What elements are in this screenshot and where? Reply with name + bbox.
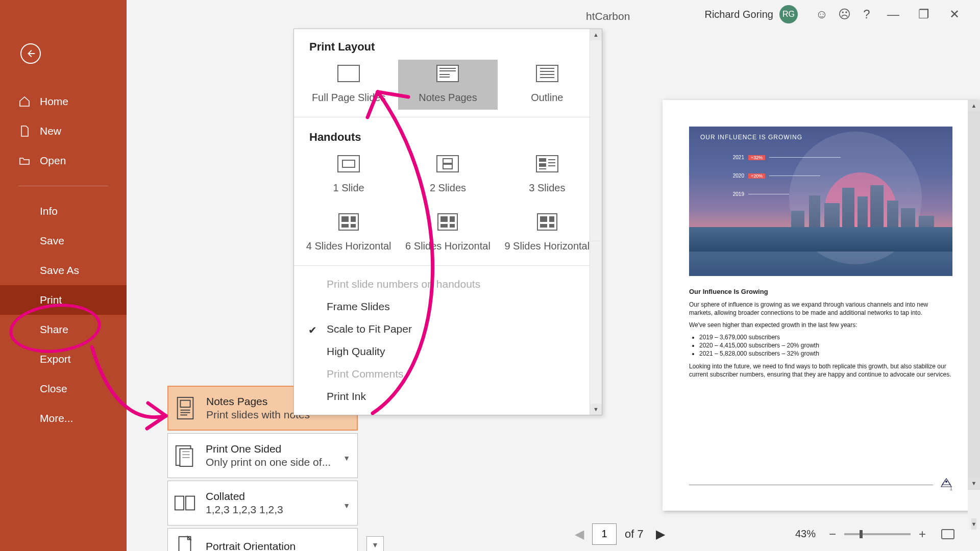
sidebar-label: Home [40,95,68,108]
handout-option-9h[interactable]: 9 Slides Horizontal [498,208,597,258]
layout-option-full-slides[interactable]: Full Page Slides [299,60,398,110]
close-window-button[interactable]: ✕ [939,3,970,26]
option-label: Outline [531,91,563,104]
chevron-down-icon: ▼ [343,549,350,551]
sidebar-item-close[interactable]: Close [0,374,127,404]
scroll-thumb[interactable] [968,111,980,517]
handout-option-1-slide[interactable]: 1 Slide [299,150,398,200]
setting-orientation[interactable]: Portrait Orientation ▼ [167,528,358,551]
grid-icon [437,213,458,231]
sidebar-label: Info [40,205,58,217]
option-label: 2 Slides [430,182,466,194]
dropdown-scrollbar[interactable]: ▲ ▼ ▼ [590,29,602,415]
option-label: 4 Slides Horizontal [306,240,391,252]
zoom-out-button[interactable]: − [826,527,839,541]
setting-sides[interactable]: Print One Sided Only print on one side o… [167,433,358,478]
chevron-down-icon: ▼ [343,502,350,510]
preview-scrollbar[interactable]: ▲ ▼ ▼ [968,100,980,530]
option-label: 6 Slides Horizontal [405,240,491,252]
sidebar-item-open[interactable]: Open [0,146,127,176]
handout-option-3-slides[interactable]: 3 Slides [498,150,597,200]
scroll-up-icon[interactable]: ▲ [968,100,980,111]
scroll-down-icon[interactable]: ▼ [968,478,980,489]
layout-option-notes-pages[interactable]: Notes Pages [398,60,497,110]
handout-option-4h[interactable]: 4 Slides Horizontal [299,208,398,258]
page-number: 1 [949,486,952,491]
slide-thumbnail: OUR INFLUENCE IS GROWING 2021+32% 2020+2… [689,127,952,276]
restore-button[interactable]: ❐ [909,3,939,26]
sidebar-item-save-as[interactable]: Save As [0,256,127,285]
year-row: 2021+32% [729,155,841,160]
svg-rect-1 [180,400,190,407]
menu-item-frame-slides[interactable]: Frame Slides [294,295,602,318]
print-preview: OUR INFLUENCE IS GROWING 2021+32% 2020+2… [545,100,980,545]
page-input[interactable] [592,523,617,545]
sidebar-item-export[interactable]: Export [0,344,127,374]
setting-line1: Print One Sided [206,443,352,455]
sidebar-label: Open [40,155,66,167]
more-settings-button[interactable]: ▼ [366,536,384,551]
feedback-frown-icon[interactable]: ☹ [833,3,855,26]
notes-bullet: 2020 – 4,415,000 subscribers – 20% growt… [699,341,952,349]
sidebar-label: Share [40,323,68,336]
option-label: 3 Slides [529,182,565,194]
full-slides-icon [337,65,360,82]
notes-paragraph: We've seen higher than expected growth i… [689,321,952,329]
help-icon[interactable]: ? [855,3,878,26]
feedback-smile-icon[interactable]: ☺ [811,3,833,26]
sidebar-item-more[interactable]: More... [0,404,127,433]
grid-icon [338,213,359,231]
notes-pages-icon [436,65,459,82]
sidebar-label: Save As [40,264,79,277]
option-label: Notes Pages [419,91,477,104]
fit-to-page-button[interactable] [941,529,954,539]
divider [294,265,602,266]
home-icon [18,95,31,108]
slider-handle[interactable] [860,530,863,538]
sidebar-label: New [40,125,61,137]
sidebar-item-new[interactable]: New [0,116,127,146]
next-page-button[interactable]: ▶ [652,527,669,541]
notes-heading: Our Influence Is Growing [689,287,952,296]
sidebar-item-save[interactable]: Save [0,226,127,256]
notes-bullet: 2021 – 5,828,000 subscribers – 32% growt… [699,349,952,358]
setting-line2: Only print on one side of... [206,456,352,468]
preview-nav-bar: ◀ of 7 ▶ 43% − + [545,517,965,551]
scroll-down-icon[interactable]: ▼ [590,404,602,415]
user-name: Richard Goring [704,9,773,20]
svg-rect-10 [175,496,184,510]
setting-collated[interactable]: Collated 1,2,3 1,2,3 1,2,3 ▼ [167,481,358,525]
new-icon [18,125,31,137]
zoom-in-button[interactable]: + [916,527,929,541]
scroll-up-icon[interactable]: ▲ [590,29,602,40]
page-total: of 7 [625,528,644,541]
back-button[interactable] [20,43,41,64]
sidebar-item-share[interactable]: Share [0,315,127,344]
chevron-down-icon: ▼ [343,454,350,462]
page-divider [689,485,933,485]
svg-point-13 [945,481,947,483]
slide-title: OUR INFLUENCE IS GROWING [700,134,802,141]
sidebar-label: More... [40,412,73,424]
zoom-percent: 43% [795,528,816,540]
menu-item-print-ink[interactable]: Print Ink [294,385,602,408]
grid-icon [537,213,557,231]
menu-item-high-quality[interactable]: High Quality [294,340,602,363]
menu-item-scale-to-fit[interactable]: ✔Scale to Fit Paper [294,318,602,340]
scroll-down-icon[interactable]: ▼ [971,518,977,530]
minimize-button[interactable]: — [878,3,909,26]
layout-option-outline[interactable]: Outline [498,60,597,110]
avatar[interactable]: RG [779,5,798,23]
prev-page-button[interactable]: ◀ [571,527,588,541]
sidebar-item-home[interactable]: Home [0,87,127,116]
one-slide-icon [337,155,360,172]
section-title-layout: Print Layout [294,29,602,57]
svg-rect-12 [179,537,191,551]
zoom-slider[interactable] [844,533,911,535]
sidebar-item-print[interactable]: Print [0,285,127,315]
section-title-handouts: Handouts [294,119,602,147]
sidebar-label: Export [40,353,71,365]
sidebar-item-info[interactable]: Info [0,196,127,226]
handout-option-6h[interactable]: 6 Slides Horizontal [398,208,497,258]
handout-option-2-slides[interactable]: 2 Slides [398,150,497,200]
